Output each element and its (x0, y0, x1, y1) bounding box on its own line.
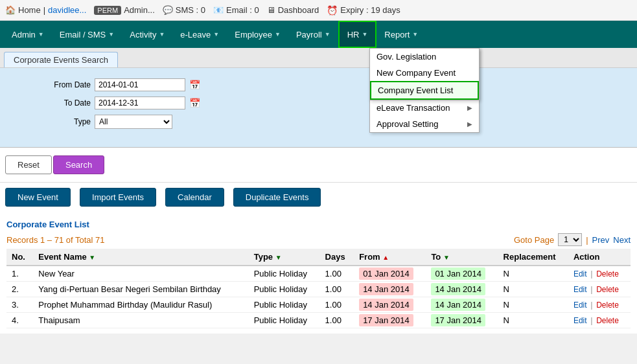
to-date-calendar-icon[interactable]: 📅 (189, 98, 200, 108)
event-name-sort-icon[interactable]: ▼ (89, 254, 95, 261)
menu-approval-setting-label: Approval Setting (376, 119, 438, 129)
nav-admin-arrow: ▼ (38, 31, 44, 38)
menu-approval-setting[interactable]: Approval Setting ▶ (370, 116, 479, 132)
nav-employee[interactable]: Employee ▼ (227, 21, 288, 48)
nav-hr[interactable]: HR ▼ (338, 21, 377, 48)
cell-from: 14 Jan 2014 (354, 282, 426, 297)
edit-link[interactable]: Edit (573, 285, 587, 294)
tab-corporate-events-search[interactable]: Corporate Events Search (4, 52, 118, 67)
to-sort-icon[interactable]: ▼ (443, 254, 450, 261)
table-row: 1. New Year Public Holiday 1.00 01 Jan 2… (6, 266, 631, 282)
type-select[interactable]: All Public Holiday Company Event (95, 115, 172, 129)
home-item[interactable]: 🏠 Home | davidlee... (5, 5, 86, 15)
cell-no: 2. (6, 282, 33, 297)
submenu-gov-legislation[interactable]: Gov. Legislation (370, 49, 479, 65)
submenu-company-event-list[interactable]: Company Event List (370, 81, 479, 100)
nav-payroll[interactable]: Payroll ▼ (288, 21, 338, 48)
sms-icon: 💬 (163, 5, 173, 15)
email-item[interactable]: 📧 Email : 0 (213, 5, 259, 15)
cell-no: 3. (6, 297, 33, 313)
nav-employee-label: Employee (235, 30, 272, 40)
menu-eleave-transaction-label: eLeave Transaction (376, 103, 450, 113)
dashboard-icon: 🖥 (267, 5, 275, 15)
nav-hr-arrow: ▼ (362, 31, 367, 38)
cell-replacement: N (498, 313, 568, 328)
perm-item: PERM Admin... (94, 5, 154, 15)
search-area: From Date 📅 To Date 📅 Type All Public Ho… (0, 68, 637, 148)
goto-page-label: Goto Page (514, 235, 554, 245)
nav-employee-arrow: ▼ (275, 31, 281, 38)
topbar-sep: | (43, 5, 45, 15)
table-row: 4. Thaipusam Public Holiday 1.00 17 Jan … (6, 313, 631, 328)
nav-eleave-arrow: ▼ (213, 31, 219, 38)
section-title: Corporate Event List (6, 220, 631, 229)
from-date-value: 14 Jan 2014 (359, 283, 413, 295)
action-sep: | (590, 284, 595, 294)
events-table: No. Event Name ▼ Type ▼ Days From ▲ To ▼… (6, 249, 631, 328)
edit-link[interactable]: Edit (573, 269, 587, 279)
delete-link[interactable]: Delete (596, 285, 619, 294)
records-text: Records 1 – 71 of Total 71 (6, 235, 105, 245)
cell-type: Public Holiday (249, 297, 320, 313)
col-type: Type ▼ (249, 249, 320, 266)
prev-link[interactable]: Prev (592, 235, 610, 245)
cell-event-name: New Year (33, 266, 248, 282)
type-sort-icon[interactable]: ▼ (275, 254, 282, 261)
search-button[interactable]: Search (53, 155, 104, 174)
nav-email-sms-arrow: ▼ (108, 31, 114, 38)
reset-button[interactable]: Reset (5, 155, 52, 174)
cell-action: Edit | Delete (568, 282, 631, 297)
records-info: Records 1 – 71 of Total 71 Goto Page 1 |… (6, 233, 631, 246)
nav-email-sms-label: Email / SMS (60, 30, 106, 40)
nav-activity-label: Activity (130, 30, 156, 40)
tabbar: Corporate Events Search (0, 48, 637, 68)
nav-report[interactable]: Report ▼ (376, 21, 426, 48)
page-select[interactable]: 1 (558, 233, 582, 246)
col-no: No. (6, 249, 33, 266)
to-date-label: To Date (39, 98, 91, 108)
gov-legislation-label: Gov. Legislation (376, 52, 436, 62)
new-event-button[interactable]: New Event (5, 188, 71, 207)
import-events-button[interactable]: Import Events (80, 188, 156, 207)
from-sort-icon[interactable]: ▲ (382, 254, 389, 261)
nav-eleave[interactable]: e-Leave ▼ (172, 21, 227, 48)
cell-to: 17 Jan 2014 (426, 313, 498, 328)
pagination: Goto Page 1 | Prev Next (514, 233, 631, 246)
edit-link[interactable]: Edit (573, 301, 587, 310)
nav-admin[interactable]: Admin ▼ (4, 21, 52, 48)
admin-label: Admin... (124, 5, 155, 15)
from-date-label: From Date (39, 80, 91, 89)
col-event-name: Event Name ▼ (33, 249, 248, 266)
sms-item[interactable]: 💬 SMS : 0 (163, 5, 205, 15)
duplicate-events-button[interactable]: Duplicate Events (233, 188, 321, 207)
type-row: Type All Public Holiday Company Event (39, 115, 624, 129)
cell-replacement: N (498, 266, 568, 282)
dashboard-label: Dashboard (278, 5, 319, 15)
cell-action: Edit | Delete (568, 297, 631, 313)
from-date-value: 01 Jan 2014 (359, 267, 413, 280)
from-date-calendar-icon[interactable]: 📅 (189, 80, 200, 90)
cell-event-name: Prophet Muhammad Birthday (Maulidur Rasu… (33, 297, 248, 313)
delete-link[interactable]: Delete (596, 316, 619, 325)
nav-report-label: Report (384, 30, 410, 40)
calendar-button[interactable]: Calendar (165, 188, 224, 207)
delete-link[interactable]: Delete (596, 269, 619, 279)
table-header-row: No. Event Name ▼ Type ▼ Days From ▲ To ▼… (6, 249, 631, 266)
to-date-input[interactable] (95, 97, 185, 109)
user-link[interactable]: davidlee... (48, 5, 86, 15)
next-link[interactable]: Next (613, 235, 631, 245)
nav-hr-label: HR (347, 30, 360, 40)
nav-email-sms[interactable]: Email / SMS ▼ (52, 21, 122, 48)
nav-activity[interactable]: Activity ▼ (122, 21, 172, 48)
edit-link[interactable]: Edit (573, 316, 587, 325)
alarm-icon: ⏰ (327, 5, 338, 16)
delete-link[interactable]: Delete (596, 301, 619, 310)
submenu-new-company-event[interactable]: New Company Event (370, 65, 479, 81)
cell-days: 1.00 (320, 266, 354, 282)
dashboard-item[interactable]: 🖥 Dashboard (267, 5, 319, 15)
action-button-row: New Event Import Events Calendar Duplica… (0, 183, 637, 214)
menu-eleave-transaction[interactable]: eLeave Transaction ▶ (370, 100, 479, 116)
hr-submenu: Gov. Legislation New Company Event Compa… (369, 48, 480, 100)
cell-days: 1.00 (320, 313, 354, 328)
from-date-input[interactable] (95, 78, 185, 91)
